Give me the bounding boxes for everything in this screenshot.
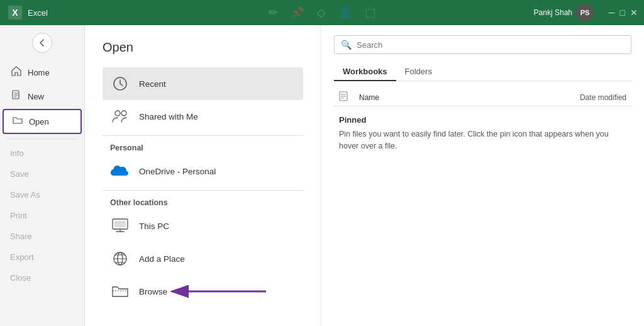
location-thispc[interactable]: This PC <box>103 210 303 242</box>
app-logo: X <box>6 4 24 21</box>
location-label: Add a Place <box>139 254 185 264</box>
name-col-header: Name <box>359 93 533 102</box>
sidebar-item-label: Close <box>10 273 31 283</box>
tabs-row: Workbooks Folders <box>334 63 631 81</box>
sidebar-item-info[interactable]: Info <box>3 143 82 163</box>
sidebar-item-export[interactable]: Export <box>3 247 82 267</box>
tab-folders[interactable]: Folders <box>396 63 441 81</box>
location-label: OneDrive - Personal <box>139 167 216 176</box>
sidebar-item-label: Open <box>29 117 49 126</box>
sidebar-item-label: Info <box>10 149 24 158</box>
sidebar-divider <box>6 138 78 139</box>
sidebar-item-close[interactable]: Close <box>3 268 82 288</box>
sidebar-item-new[interactable]: New <box>3 85 82 108</box>
svg-point-4 <box>115 111 120 116</box>
globe-icon <box>110 249 130 269</box>
search-icon: 🔍 <box>341 40 352 50</box>
sidebar-item-home[interactable]: Home <box>3 61 82 84</box>
sidebar-item-label: Share <box>10 232 32 241</box>
location-label: Shared with Me <box>139 112 198 121</box>
location-browse[interactable]: Browse <box>103 275 303 308</box>
folder-open-icon <box>110 281 130 301</box>
location-label: This PC <box>139 222 169 231</box>
app-name: Excel <box>28 8 48 18</box>
sidebar-item-label: Save As <box>10 190 40 200</box>
maximize-icon[interactable]: □ <box>620 8 625 18</box>
icon-col-header <box>339 91 354 103</box>
pinned-title: Pinned <box>339 115 626 125</box>
avatar[interactable]: PS <box>576 4 594 21</box>
sidebar-item-label: New <box>28 92 44 101</box>
minimize-icon[interactable]: ─ <box>609 8 615 18</box>
sidebar-item-print[interactable]: Print <box>3 206 82 225</box>
location-shared[interactable]: Shared with Me <box>103 100 303 133</box>
sidebar-item-label: Save <box>10 169 29 179</box>
user-name: Pankj Shah <box>534 8 572 17</box>
new-icon <box>10 90 23 103</box>
user-info[interactable]: Pankj Shah PS <box>534 4 594 21</box>
open-title: Open <box>103 40 303 55</box>
location-onedrive[interactable]: OneDrive - Personal <box>103 155 303 188</box>
sidebar-item-open[interactable]: Open <box>3 109 82 134</box>
tab-workbooks[interactable]: Workbooks <box>334 63 396 81</box>
date-col-header: Date modified <box>538 93 626 102</box>
table-header: Name Date modified <box>334 89 631 106</box>
title-bar: X Excel ✏ 📌 ◇ 👤 ⬚ Pankj Shah PS ─ □ ✕ <box>0 0 644 25</box>
section-personal: Personal <box>103 138 303 155</box>
search-bar[interactable]: 🔍 <box>334 35 631 54</box>
sidebar-item-label: Print <box>10 211 27 220</box>
content-area: Open Recent <box>85 25 644 326</box>
location-label: Recent <box>139 79 166 89</box>
svg-text:X: X <box>12 8 18 18</box>
open-icon <box>11 115 24 128</box>
main-layout: Home New Open Info Save <box>0 25 644 326</box>
pinned-section: Pinned Pin files you want to easily find… <box>334 106 631 156</box>
svg-point-5 <box>121 111 126 116</box>
location-recent[interactable]: Recent <box>103 67 303 100</box>
search-input[interactable] <box>357 40 625 50</box>
back-button[interactable] <box>32 33 52 53</box>
right-panel: 🔍 Workbooks Folders Name Date modified <box>321 25 644 326</box>
home-icon <box>10 66 23 79</box>
sidebar: Home New Open Info Save <box>0 25 85 326</box>
open-panel: Open Recent <box>85 25 321 326</box>
location-addplace[interactable]: Add a Place <box>103 242 303 275</box>
location-label: Browse <box>139 287 167 296</box>
browse-arrow <box>153 276 279 307</box>
svg-rect-7 <box>114 221 126 227</box>
sidebar-item-saveas[interactable]: Save As <box>3 185 82 205</box>
sidebar-item-label: Home <box>28 68 50 77</box>
clock-icon <box>110 74 130 94</box>
pc-icon <box>110 216 130 236</box>
close-icon[interactable]: ✕ <box>630 8 638 18</box>
section-other: Other locations <box>103 193 303 210</box>
sidebar-item-share[interactable]: Share <box>3 227 82 246</box>
pinned-desc: Pin files you want to easily find later.… <box>339 128 626 152</box>
cloud-icon <box>110 161 130 181</box>
sidebar-item-label: Export <box>10 252 34 262</box>
window-controls[interactable]: ─ □ ✕ <box>609 8 638 18</box>
title-bar-decorations: ✏ 📌 ◇ 👤 ⬚ <box>126 0 518 25</box>
divider <box>103 135 303 136</box>
people-icon <box>110 106 130 126</box>
sidebar-item-save[interactable]: Save <box>3 164 82 184</box>
divider <box>103 190 303 191</box>
